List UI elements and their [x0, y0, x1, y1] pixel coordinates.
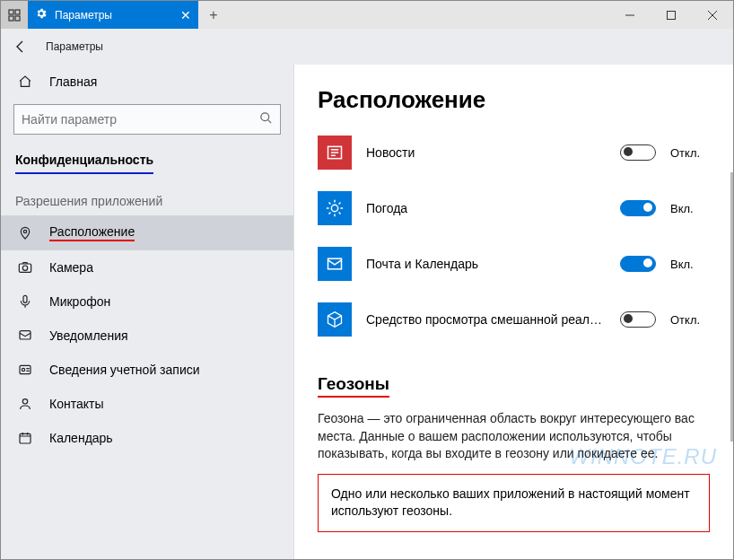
svg-rect-18	[20, 433, 31, 443]
scrollbar-thumb[interactable]	[730, 172, 733, 442]
sidebar-home[interactable]: Главная	[1, 65, 293, 99]
sidebar-item-calendar[interactable]: Календарь	[1, 421, 293, 455]
sidebar-item-label: Контакты	[49, 397, 103, 411]
sidebar-item-label: Микрофон	[49, 294, 110, 309]
svg-rect-5	[668, 11, 676, 19]
geofence-description: Геозона — это ограниченная область вокру…	[318, 410, 710, 463]
sidebar-item-label: Уведомления	[49, 328, 128, 343]
sidebar-item-label: Расположение	[49, 224, 135, 241]
geofence-notice: Одно или несколько ваших приложений в на…	[318, 474, 710, 532]
toggle-state: Вкл.	[670, 202, 710, 215]
svg-rect-2	[9, 16, 13, 21]
app-row-weather: Погода Вкл.	[318, 191, 710, 225]
sidebar-subhead: Разрешения приложений	[1, 174, 293, 215]
app-row-mr: Средство просмотра смешанной реальн... О…	[318, 302, 710, 337]
microphone-icon	[17, 293, 33, 310]
toggle-mr[interactable]	[620, 311, 656, 328]
sidebar-item-label: Камера	[49, 260, 93, 275]
sidebar-item-label: Сведения учетной записи	[49, 363, 200, 377]
sidebar: Главная Конфиденциальность Разрешения пр…	[1, 65, 293, 559]
maximize-button[interactable]	[651, 1, 692, 29]
app-name: Почта и Календарь	[366, 257, 606, 271]
sidebar-home-label: Главная	[49, 74, 97, 89]
gear-icon	[35, 7, 48, 23]
camera-icon	[17, 259, 33, 276]
svg-point-12	[22, 266, 27, 270]
location-icon	[17, 225, 33, 241]
calendar-icon	[17, 430, 33, 446]
svg-rect-1	[15, 10, 20, 14]
app-name: Средство просмотра смешанной реальн...	[366, 312, 606, 327]
search-input[interactable]	[22, 112, 259, 127]
tab-close-button[interactable]: ✕	[180, 8, 191, 22]
toggle-news[interactable]	[620, 144, 656, 161]
sidebar-item-microphone[interactable]: Микрофон	[1, 284, 293, 319]
svg-point-16	[22, 368, 24, 371]
search-box[interactable]	[13, 104, 281, 135]
cube-icon	[318, 302, 352, 337]
back-button[interactable]	[8, 34, 33, 59]
breadcrumb: Параметры	[46, 40, 103, 53]
svg-point-20	[331, 205, 337, 211]
sidebar-item-label: Календарь	[49, 431, 113, 445]
tab-title: Параметры	[55, 9, 112, 22]
svg-point-10	[23, 230, 26, 232]
notifications-icon	[17, 328, 33, 344]
home-icon	[17, 74, 33, 90]
contacts-icon	[17, 396, 33, 412]
sidebar-item-location[interactable]: Расположение	[1, 215, 293, 250]
sidebar-item-account[interactable]: Сведения учетной записи	[1, 353, 293, 387]
sidebar-item-notifications[interactable]: Уведомления	[1, 319, 293, 353]
toggle-state: Откл.	[670, 313, 710, 327]
news-icon	[318, 136, 352, 170]
geofence-heading: Геозоны	[318, 374, 389, 398]
close-button[interactable]	[692, 1, 733, 29]
tab-settings[interactable]: Параметры ✕	[28, 1, 198, 29]
account-icon	[17, 362, 33, 378]
sidebar-item-camera[interactable]: Камера	[1, 250, 293, 284]
minimize-button[interactable]	[609, 1, 651, 29]
taskview-button[interactable]	[1, 1, 28, 29]
sidebar-item-contacts[interactable]: Контакты	[1, 387, 293, 421]
app-name: Погода	[366, 201, 606, 215]
titlebar-drag-area	[229, 1, 609, 29]
svg-rect-14	[20, 331, 31, 339]
svg-point-8	[261, 112, 269, 120]
svg-rect-0	[9, 10, 13, 14]
mail-icon	[318, 247, 352, 281]
svg-line-9	[267, 119, 271, 123]
page-title: Расположение	[318, 86, 710, 114]
search-icon	[259, 111, 273, 128]
svg-rect-13	[23, 295, 27, 302]
toggle-state: Откл.	[670, 146, 710, 160]
toggle-state: Вкл.	[670, 258, 710, 271]
svg-rect-11	[19, 264, 31, 272]
content-pane: Расположение Новости Откл. Погода Вкл. П…	[293, 65, 733, 559]
svg-rect-3	[15, 16, 20, 21]
new-tab-button[interactable]: +	[198, 1, 229, 29]
svg-point-17	[22, 399, 27, 404]
weather-icon	[318, 191, 352, 225]
app-name: Новости	[366, 145, 606, 160]
sidebar-section-privacy: Конфиденциальность	[15, 147, 153, 174]
toggle-weather[interactable]	[620, 200, 656, 216]
app-row-news: Новости Откл.	[318, 136, 710, 170]
toggle-mail[interactable]	[620, 256, 656, 272]
app-row-mail: Почта и Календарь Вкл.	[318, 247, 710, 281]
